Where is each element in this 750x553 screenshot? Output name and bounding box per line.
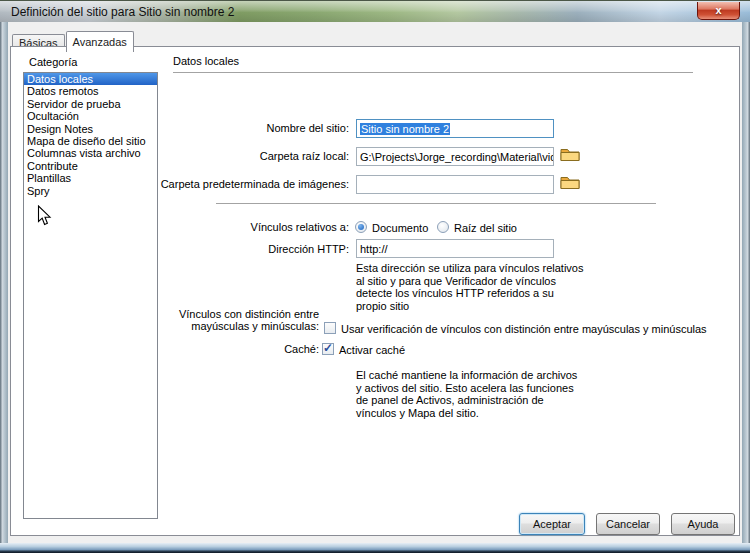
case-links-checkbox-label[interactable]: Usar verificación de vínculos con distin… (341, 323, 707, 335)
http-address-input[interactable]: http:// (356, 239, 554, 258)
window-frame-right (742, 22, 750, 543)
window-frame-bottom (0, 543, 750, 553)
cache-checkbox-label[interactable]: Activar caché (339, 344, 405, 356)
default-images-input[interactable] (356, 175, 554, 194)
window-title: Definición del sitio para Sitio sin nomb… (11, 5, 234, 19)
http-help-text: Esta dirección se utiliza para vínculos … (356, 262, 586, 312)
local-root-input[interactable]: G:\Projects\Jorge_recording\Material\vid… (356, 147, 554, 166)
checkmark-icon: ✓ (323, 341, 333, 355)
section-divider (216, 203, 656, 205)
titlebar[interactable]: Definición del sitio para Sitio sin nomb… (0, 0, 750, 22)
local-root-label: Carpeta raíz local: (79, 150, 349, 162)
cancel-button[interactable]: Cancelar (596, 513, 660, 535)
category-label: Categoría (29, 56, 77, 68)
category-item-servidor-de-prueba[interactable]: Servidor de prueba (24, 98, 157, 110)
site-name-value: Sitio sin nombre 2 (360, 123, 450, 135)
header-divider (173, 72, 693, 74)
default-images-label: Carpeta predeterminada de imágenes: (79, 178, 349, 190)
case-links-checkbox[interactable] (324, 322, 336, 334)
default-images-browse-button[interactable] (559, 175, 581, 192)
dialog-body: Básicas Avanzadas Categoría Datos locale… (8, 22, 742, 543)
site-definition-dialog: Definición del sitio para Sitio sin nomb… (0, 0, 750, 553)
radio-raiz-del-sitio-label[interactable]: Raíz del sitio (454, 222, 517, 234)
cache-label: Caché: (79, 344, 319, 356)
tab-page: Categoría Datos locales Datos remotos Se… (10, 46, 740, 536)
radio-raiz-del-sitio[interactable] (437, 221, 449, 233)
radio-documento[interactable] (355, 221, 367, 233)
cache-help-text: El caché mantiene la información de arch… (356, 369, 596, 419)
category-item-datos-remotos[interactable]: Datos remotos (24, 85, 157, 97)
help-button[interactable]: Ayuda (671, 513, 735, 535)
folder-icon (560, 175, 580, 191)
cache-checkbox[interactable]: ✓ (322, 343, 334, 355)
site-name-label: Nombre del sitio: (79, 122, 349, 134)
local-root-browse-button[interactable] (559, 147, 581, 164)
category-item-ocultacion[interactable]: Ocultación (24, 110, 157, 122)
category-listbox[interactable]: Datos locales Datos remotos Servidor de … (23, 72, 158, 519)
close-icon: x (715, 4, 721, 16)
site-name-input[interactable]: Sitio sin nombre 2 (356, 119, 554, 138)
case-links-label: Vínculos con distinción entre mayúsculas… (79, 309, 319, 332)
panel-header: Datos locales (173, 55, 239, 67)
http-address-label: Dirección HTTP: (79, 243, 349, 255)
category-item-datos-locales[interactable]: Datos locales (24, 73, 157, 85)
category-item-mapa-de-diseno[interactable]: Mapa de diseño del sitio (24, 135, 157, 147)
links-relative-label: Vínculos relativos a: (79, 221, 349, 233)
local-root-value: G:\Projects\Jorge_recording\Material\vid… (360, 151, 554, 163)
mouse-cursor-icon (37, 205, 52, 227)
http-address-value: http:// (360, 243, 388, 255)
tab-avanzadas[interactable]: Avanzadas (66, 31, 134, 52)
radio-documento-label[interactable]: Documento (372, 222, 428, 234)
close-button[interactable]: x (697, 2, 740, 20)
window-frame-left (0, 22, 8, 543)
folder-icon (560, 147, 580, 163)
accept-button[interactable]: Aceptar (519, 513, 585, 535)
